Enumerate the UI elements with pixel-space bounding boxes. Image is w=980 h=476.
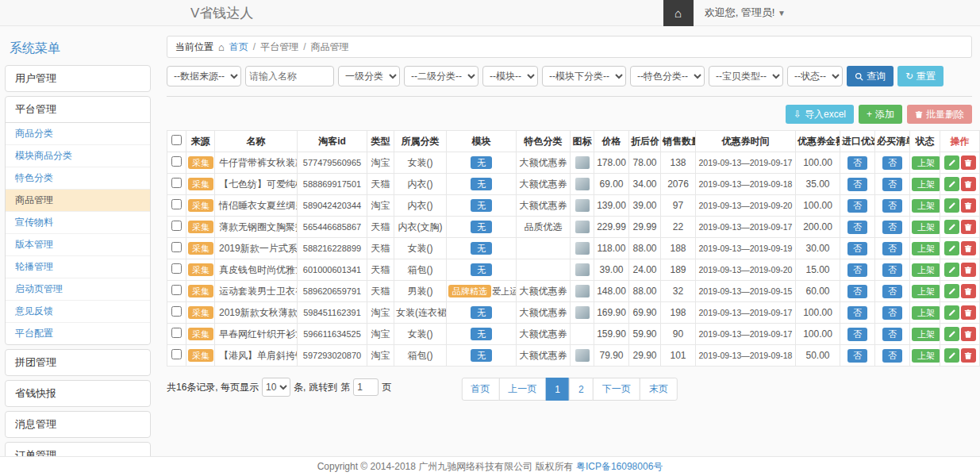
import-select-toggle[interactable]: 否: [847, 328, 867, 341]
edit-button[interactable]: [944, 305, 959, 320]
row-checkbox[interactable]: [171, 349, 182, 359]
module-select[interactable]: --模块--: [482, 66, 538, 86]
jump-page-input[interactable]: [353, 378, 379, 396]
status-button[interactable]: 上架: [912, 156, 940, 170]
import-select-toggle[interactable]: 否: [847, 306, 867, 320]
must-buy-toggle[interactable]: 否: [882, 349, 902, 363]
status-button[interactable]: 上架: [912, 285, 940, 298]
must-buy-toggle[interactable]: 否: [882, 285, 902, 298]
status-button[interactable]: 上架: [912, 328, 940, 341]
module-sub-category-select[interactable]: --模块下分类--: [542, 66, 626, 86]
edit-button[interactable]: [944, 263, 959, 277]
query-button[interactable]: 查询: [847, 66, 894, 86]
row-checkbox[interactable]: [171, 199, 182, 209]
must-buy-toggle[interactable]: 否: [882, 328, 902, 341]
sidebar-group[interactable]: 拼团管理: [6, 350, 150, 375]
page-button[interactable]: 下一页: [593, 378, 640, 401]
import-select-toggle[interactable]: 否: [847, 199, 867, 213]
status-button[interactable]: 上架: [912, 221, 940, 234]
must-buy-toggle[interactable]: 否: [882, 221, 902, 234]
add-button[interactable]: + 添加: [859, 105, 902, 124]
row-checkbox[interactable]: [171, 263, 182, 274]
page-button[interactable]: 2: [569, 378, 594, 401]
delete-button[interactable]: [961, 155, 976, 170]
must-buy-toggle[interactable]: 否: [882, 178, 902, 191]
edit-button[interactable]: [944, 327, 959, 341]
page-button[interactable]: 上一页: [498, 378, 546, 401]
sidebar-group[interactable]: 平台管理: [6, 97, 150, 122]
user-menu[interactable]: 欢迎您, 管理员! ▼: [705, 6, 786, 20]
row-checkbox[interactable]: [171, 221, 182, 231]
row-checkbox[interactable]: [171, 242, 182, 252]
sidebar-item[interactable]: 宣传物料: [6, 212, 150, 234]
edit-button[interactable]: [944, 155, 959, 170]
status-button[interactable]: 上架: [912, 199, 940, 213]
sidebar-item-active[interactable]: 商品管理: [6, 190, 150, 212]
reset-button[interactable]: ↻ 重置: [897, 66, 943, 86]
feature-category-select[interactable]: --特色分类--: [630, 66, 705, 86]
must-buy-toggle[interactable]: 否: [882, 242, 902, 255]
sidebar-item[interactable]: 特色分类: [6, 167, 150, 190]
row-checkbox[interactable]: [171, 178, 182, 188]
row-checkbox[interactable]: [171, 156, 182, 167]
item-type-select[interactable]: --宝贝类型--: [709, 66, 783, 86]
status-button[interactable]: 上架: [912, 349, 940, 363]
edit-button[interactable]: [944, 177, 959, 191]
sidebar-item[interactable]: 启动页管理: [6, 278, 150, 301]
edit-button[interactable]: [944, 220, 959, 234]
status-button[interactable]: 上架: [912, 242, 940, 255]
delete-button[interactable]: [961, 177, 976, 191]
page-button[interactable]: 1: [545, 378, 570, 401]
delete-button[interactable]: [961, 348, 976, 363]
name-input[interactable]: [245, 66, 334, 86]
sidebar-group[interactable]: 省钱快报: [6, 381, 150, 406]
level1-category-select[interactable]: 一级分类: [338, 66, 400, 86]
page-button[interactable]: 首页: [461, 378, 499, 401]
home-button[interactable]: ⌂: [663, 0, 694, 26]
status-button[interactable]: 上架: [912, 178, 940, 191]
delete-button[interactable]: [961, 305, 976, 320]
status-button[interactable]: 上架: [912, 306, 940, 320]
status-select[interactable]: --状态--: [787, 66, 843, 86]
row-checkbox[interactable]: [171, 306, 182, 317]
sidebar-item[interactable]: 意见反馈: [6, 301, 150, 323]
import-select-toggle[interactable]: 否: [847, 156, 867, 170]
select-all-checkbox[interactable]: [171, 135, 182, 145]
import-select-toggle[interactable]: 否: [847, 263, 867, 277]
must-buy-toggle[interactable]: 否: [882, 306, 902, 320]
delete-button[interactable]: [961, 198, 976, 213]
delete-button[interactable]: [961, 220, 976, 234]
row-checkbox[interactable]: [171, 285, 182, 295]
sidebar-item[interactable]: 版本管理: [6, 234, 150, 256]
import-select-toggle[interactable]: 否: [847, 349, 867, 363]
import-select-toggle[interactable]: 否: [847, 221, 867, 234]
edit-button[interactable]: [944, 284, 959, 298]
edit-button[interactable]: [944, 348, 959, 363]
delete-button[interactable]: [961, 263, 976, 277]
sidebar-item[interactable]: 商品分类: [6, 123, 150, 145]
must-buy-toggle[interactable]: 否: [882, 156, 902, 170]
status-button[interactable]: 上架: [912, 263, 940, 277]
row-checkbox[interactable]: [171, 328, 182, 338]
must-buy-toggle[interactable]: 否: [882, 199, 902, 213]
must-buy-toggle[interactable]: 否: [882, 263, 902, 277]
import-excel-button[interactable]: ⇩ 导入excel: [786, 105, 854, 124]
delete-button[interactable]: [961, 241, 976, 255]
batch-delete-button[interactable]: 批量删除: [907, 105, 972, 124]
edit-button[interactable]: [944, 198, 959, 213]
sidebar-group[interactable]: 用户管理: [6, 66, 150, 91]
import-select-toggle[interactable]: 否: [847, 178, 867, 191]
delete-button[interactable]: [961, 284, 976, 298]
sidebar-group[interactable]: 消息管理: [6, 412, 150, 437]
level2-category-select[interactable]: --二级分类--: [404, 66, 478, 86]
per-page-select[interactable]: 10: [262, 378, 290, 397]
sidebar-item[interactable]: 模块商品分类: [6, 145, 150, 167]
import-select-toggle[interactable]: 否: [847, 242, 867, 255]
sidebar-item[interactable]: 轮播管理: [6, 256, 150, 278]
sidebar-item[interactable]: 平台配置: [6, 323, 150, 344]
breadcrumb-home-link[interactable]: 首页: [229, 40, 248, 54]
page-button[interactable]: 末页: [640, 378, 678, 401]
edit-button[interactable]: [944, 241, 959, 255]
import-select-toggle[interactable]: 否: [847, 285, 867, 298]
data-source-select[interactable]: --数据来源--: [167, 66, 241, 86]
